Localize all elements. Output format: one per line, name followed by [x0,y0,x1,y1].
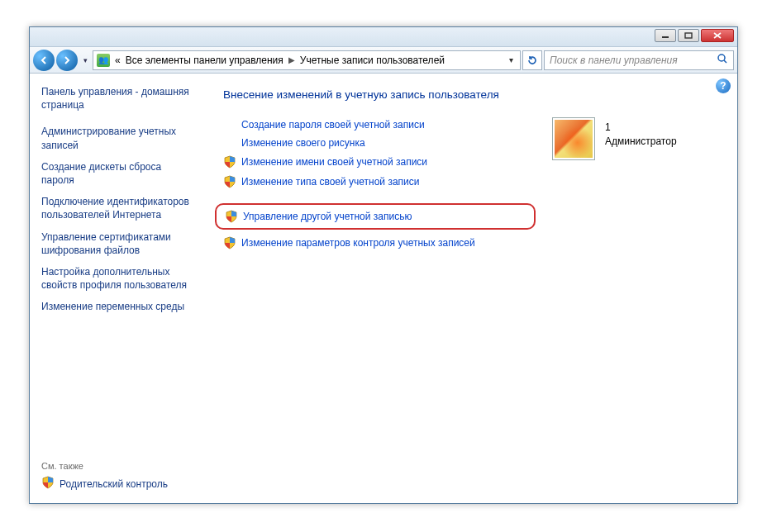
task-change-picture[interactable]: Изменение своего рисунка [223,134,527,152]
svg-line-5 [724,60,727,63]
sidebar-link-admin-accounts[interactable]: Администрирование учетных записей [41,121,193,156]
task-label: Управление другой учетной записью [243,211,412,222]
page-heading: Внесение изменений в учетную запись поль… [223,88,717,101]
control-panel-home-link[interactable]: Панель управления - домашняя страница [41,85,193,112]
shield-icon [41,476,55,492]
account-info: 1 Администратор [605,117,677,149]
address-dropdown[interactable]: ▾ [506,55,517,64]
sidebar-link-env-vars[interactable]: Изменение переменных среды [41,297,193,318]
navigation-bar: ▾ 👥 « Все элементы панели управления ▶ У… [30,47,737,74]
current-account-card: 1 Администратор [552,116,717,253]
search-icon [717,53,728,67]
task-label: Изменение параметров контроля учетных за… [241,237,475,249]
help-button[interactable]: ? [716,78,731,93]
task-label: Создание пароля своей учетной записи [241,119,425,131]
user-accounts-icon: 👥 [97,54,110,67]
flower-avatar-image [555,120,593,158]
address-bar[interactable]: 👥 « Все элементы панели управления ▶ Уче… [93,50,521,70]
task-create-password[interactable]: Создание пароля своей учетной записи [223,116,527,134]
task-label: Изменение своего рисунка [241,137,365,149]
control-panel-window: ▾ 👥 « Все элементы панели управления ▶ У… [29,26,738,504]
see-also-label: См. также [41,461,193,476]
nav-history-dropdown[interactable]: ▾ [79,52,91,69]
task-label: Изменение имени своей учетной записи [241,156,427,168]
svg-rect-1 [685,33,692,38]
search-input[interactable]: Поиск в панели управления [544,50,734,70]
sidebar-link-encryption-certs[interactable]: Управление сертификатами шифрования файл… [41,227,193,262]
svg-point-4 [718,55,725,61]
close-button[interactable] [701,29,734,42]
sidebar-link-online-ids[interactable]: Подключение идентификаторов пользователе… [41,192,193,226]
parental-controls-label: Родительский контроль [60,478,168,490]
content-area: Панель управления - домашняя страница Ад… [30,74,737,503]
minimize-button[interactable] [655,29,676,42]
breadcrumb-part-2[interactable]: Учетные записи пользователей [300,55,445,66]
search-placeholder: Поиск в панели управления [550,55,678,66]
back-button[interactable] [33,50,55,71]
sidebar: Панель управления - домашняя страница Ад… [30,74,203,503]
task-change-uac[interactable]: Изменение параметров контроля учетных за… [223,233,527,253]
task-manage-other-account[interactable]: Управление другой учетной записью [215,203,536,230]
refresh-button[interactable] [522,50,542,70]
breadcrumb-part-1[interactable]: Все элементы панели управления [126,55,283,66]
account-avatar [552,117,595,160]
shield-icon [225,210,238,223]
forward-button[interactable] [56,50,78,71]
account-role: Администратор [605,135,677,149]
breadcrumb-prefix: « [115,55,121,66]
shield-icon [223,236,236,249]
shield-icon [223,175,236,188]
sidebar-link-password-reset-disk[interactable]: Создание дискеты сброса пароля [41,157,193,192]
task-change-type[interactable]: Изменение типа своей учетной записи [223,172,527,192]
task-label: Изменение типа своей учетной записи [241,176,419,188]
shield-icon [223,155,236,169]
chevron-right-icon: ▶ [288,55,295,64]
main-panel: ? Внесение изменений в учетную запись по… [203,74,737,503]
titlebar [30,27,737,47]
task-change-name[interactable]: Изменение имени своей учетной записи [223,152,527,172]
sidebar-link-advanced-profile[interactable]: Настройка дополнительных свойств профиля… [41,262,193,297]
parental-controls-link[interactable]: Родительский контроль [41,476,193,495]
account-name: 1 [605,121,677,135]
maximize-button[interactable] [678,29,699,42]
task-list: Создание пароля своей учетной записи Изм… [223,116,527,253]
